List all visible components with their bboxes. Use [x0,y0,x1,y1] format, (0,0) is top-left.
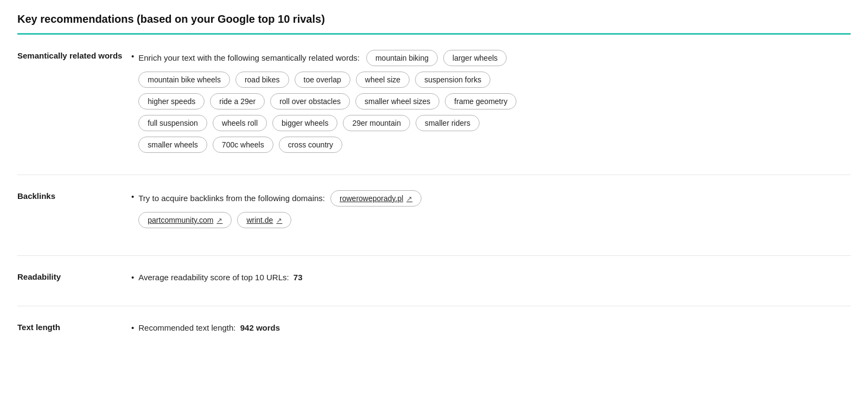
semantically-related-section: Semantically related words • Enrich your… [17,35,851,175]
tag-bigger-wheels[interactable]: bigger wheels [272,115,337,131]
tag-suspension-forks[interactable]: suspension forks [415,72,490,88]
backlinks-content: • Try to acquire backlinks from the foll… [131,190,851,240]
domain-roweroweporady-text: roweroweporady.pl [340,194,403,203]
semantically-related-content: • Enrich your text with the following se… [131,50,851,159]
tag-29er-mountain[interactable]: 29er mountain [343,115,410,131]
domain-partcommunity[interactable]: partcommunity.com ↗ [138,212,232,228]
tag-frame-geometry[interactable]: frame geometry [445,93,516,109]
tag-wheels-roll[interactable]: wheels roll [213,115,267,131]
tag-smaller-wheel-sizes[interactable]: smaller wheel sizes [355,93,439,109]
domain-roweroweporady[interactable]: roweroweporady.pl ↗ [330,190,422,207]
semantically-related-intro-text: Enrich your text with the following sema… [138,51,360,65]
semantically-related-intro-row: • Enrich your text with the following se… [131,50,851,153]
page-title: Key recommendations (based on your Googl… [17,13,851,35]
text-length-intro-label: Recommended text length: [138,323,235,332]
tag-smaller-riders[interactable]: smaller riders [416,115,480,131]
readability-content: • Average readability score of top 10 UR… [131,271,851,291]
readability-intro-text: Average readability score of top 10 URLs… [138,271,302,284]
tags-row5: smaller wheels 700c wheels cross country [138,137,516,153]
backlinks-domains-row: partcommunity.com ↗ wrint.de ↗ [138,212,422,228]
readability-intro-row: • Average readability score of top 10 UR… [131,271,851,284]
bullet-icon: • [131,190,134,203]
tag-cross-country[interactable]: cross country [279,137,342,153]
tag-higher-speeds[interactable]: higher speeds [138,93,205,109]
bullet-icon: • [131,271,134,284]
readability-value: 73 [293,273,303,282]
backlinks-intro-text: Try to acquire backlinks from the follow… [138,192,325,205]
tag-road-bikes[interactable]: road bikes [235,72,289,88]
tags-row4: full suspension wheels roll bigger wheel… [138,115,516,131]
text-length-content: • Recommended text length: 942 words [131,321,851,341]
readability-intro-label: Average readability score of top 10 URLs… [138,273,289,282]
tag-toe-overlap[interactable]: toe overlap [295,72,350,88]
readability-section: Readability • Average readability score … [17,256,851,306]
tag-ride-a-29er[interactable]: ride a 29er [210,93,265,109]
backlinks-first-line: Try to acquire backlinks from the follow… [138,190,422,207]
tags-row2: mountain bike wheels road bikes toe over… [138,72,516,88]
tag-full-suspension[interactable]: full suspension [138,115,207,131]
tag-mountain-biking[interactable]: mountain biking [366,50,438,66]
external-link-icon-1: ↗ [406,195,412,203]
bullet-icon: • [131,50,134,63]
bullet-icon: • [131,321,134,334]
tag-larger-wheels[interactable]: larger wheels [443,50,507,66]
tags-row3: higher speeds ride a 29er roll over obst… [138,93,516,109]
tag-smaller-wheels[interactable]: smaller wheels [138,137,207,153]
readability-label: Readability [17,271,131,281]
intro-inline: Enrich your text with the following sema… [138,50,516,66]
text-length-section: Text length • Recommended text length: 9… [17,306,851,356]
domain-wrint[interactable]: wrint.de ↗ [237,212,291,228]
backlinks-label: Backlinks [17,190,131,201]
semantically-related-label: Semantically related words [17,50,131,60]
external-link-icon-2: ↗ [216,216,222,224]
backlinks-intro-row: • Try to acquire backlinks from the foll… [131,190,851,234]
text-length-intro-row: • Recommended text length: 942 words [131,321,851,334]
domain-partcommunity-text: partcommunity.com [148,216,213,224]
backlinks-section: Backlinks • Try to acquire backlinks fro… [17,175,851,256]
tag-roll-over-obstacles[interactable]: roll over obstacles [270,93,350,109]
domain-wrint-text: wrint.de [246,216,273,224]
tag-700c-wheels[interactable]: 700c wheels [213,137,273,153]
tag-mountain-bike-wheels[interactable]: mountain bike wheels [138,72,230,88]
text-length-value: 942 words [240,323,280,332]
text-length-intro-text: Recommended text length: 942 words [138,321,280,334]
text-length-label: Text length [17,321,131,332]
tag-wheel-size[interactable]: wheel size [356,72,410,88]
external-link-icon-3: ↗ [276,216,282,224]
